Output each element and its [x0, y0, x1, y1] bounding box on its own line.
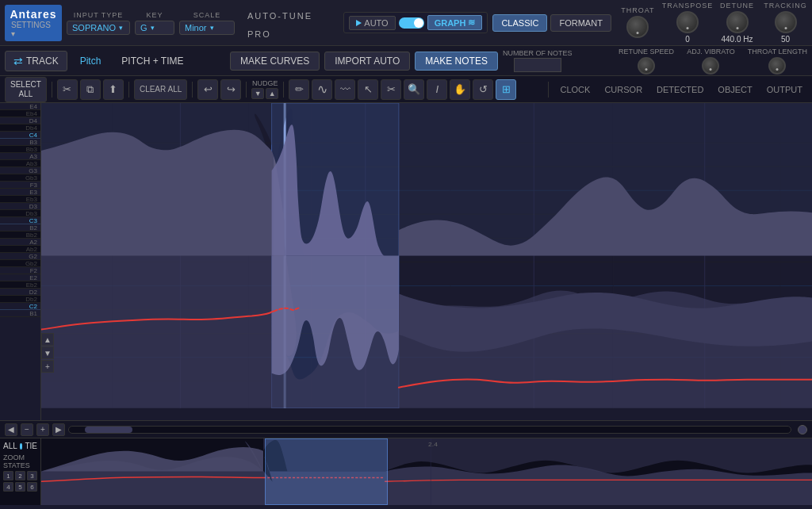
number-of-notes-input[interactable]	[514, 58, 561, 72]
zoom-row-1: 1 2 3	[3, 471, 37, 480]
graph-button[interactable]: GRAPH ≋	[427, 15, 483, 30]
redo-button[interactable]: ↪	[220, 79, 241, 100]
nudge-up-btn[interactable]: ▲	[266, 88, 278, 99]
mini-waveform-area: ALL TIE ZOOM STATES 1 2 3 4 5 6	[0, 438, 812, 505]
detune-knob-dot	[736, 27, 738, 29]
wave-tool[interactable]: 〰	[335, 79, 355, 100]
curve-tool[interactable]: ∿	[312, 79, 332, 100]
horizontal-scrollbar[interactable]	[68, 426, 791, 434]
retune-speed-knob[interactable]	[638, 57, 655, 75]
input-type-dropdown[interactable]: SOPRANO ▾	[67, 21, 130, 35]
scale-dropdown[interactable]: Minor ▾	[179, 21, 235, 35]
auto-button[interactable]: AUTO	[349, 16, 395, 30]
adj-vibrato-group: ADJ. VIBRATO	[687, 48, 735, 75]
right-toolbar: CLOCK CURSOR DETECTED OBJECT OUTPUT	[546, 82, 808, 98]
undo-button[interactable]: ↩	[197, 79, 218, 100]
cursor-label[interactable]: CURSOR	[599, 83, 647, 96]
track-button[interactable]: ⇄ TRACK	[5, 51, 67, 71]
tie-dot	[20, 443, 23, 450]
scale-arrow: ▾	[210, 24, 214, 32]
pitch-button[interactable]: Pitch	[72, 52, 109, 70]
waveform-area[interactable]: 2.3 2.4 3.1 3.2	[41, 103, 812, 420]
transpose-knob-dot	[686, 27, 688, 29]
zoom-1[interactable]: 1	[3, 471, 13, 480]
detected-label[interactable]: DETECTED	[652, 83, 708, 96]
input-type-label: INPUT TYPE	[74, 11, 124, 19]
classic-button[interactable]: CLASSIC	[492, 14, 547, 32]
zoom-3[interactable]: 3	[27, 471, 37, 480]
top-bar: Antares SETTINGS ▾ INPUT TYPE SOPRANO ▾ …	[0, 0, 812, 46]
zoom-row-2: 4 5 6	[3, 482, 37, 492]
app-title: AUTO-TUNE PRO	[239, 5, 339, 41]
transpose-knob[interactable]	[676, 11, 699, 33]
import-auto-button[interactable]: IMPORT AUTO	[324, 52, 410, 71]
zoom-plus-scroll-button[interactable]: +	[36, 423, 49, 436]
arrow-tool[interactable]: ↖	[358, 79, 378, 100]
tracking-group: TRACKING 50	[764, 2, 807, 44]
mode-buttons: CLASSIC FORMANT	[492, 14, 611, 32]
bottom-scrollbar: ◀ − + ▶	[0, 420, 812, 438]
make-notes-button[interactable]: MAKE NOTES	[415, 52, 498, 71]
scrollbar-thumb[interactable]	[85, 427, 132, 433]
separator-2	[128, 82, 129, 98]
number-of-notes-group: NUMBER OF NOTES	[503, 49, 573, 72]
separator-1	[52, 82, 52, 98]
separator-6	[548, 82, 549, 98]
clear-all-button[interactable]: CLEAR ALL	[134, 79, 187, 100]
text-tool[interactable]: I	[427, 79, 447, 100]
settings-button[interactable]: SETTINGS ▾	[11, 21, 56, 38]
tracking-knob[interactable]	[775, 11, 797, 33]
input-type-group: INPUT TYPE SOPRANO ▾	[67, 11, 130, 35]
select-all-button[interactable]: SELECT ALL	[5, 77, 47, 102]
piano-key-b1[interactable]: B1	[0, 310, 40, 317]
scroll-left-button[interactable]: ◀	[5, 423, 17, 436]
clock-label[interactable]: CLOCK	[556, 83, 596, 96]
hand-tool[interactable]: ✋	[450, 79, 470, 100]
tracking-value: 50	[781, 35, 790, 44]
zoom-2[interactable]: 2	[15, 471, 25, 480]
transpose-label: TRANSPOSE	[662, 2, 714, 10]
zoom-6[interactable]: 6	[27, 482, 37, 492]
scroll-nav: ▲ ▼ +	[41, 333, 54, 373]
nudge-down-btn[interactable]: ▼	[251, 88, 264, 99]
pitch-time-button[interactable]: PITCH + TIME	[113, 52, 191, 70]
rotate-tool[interactable]: ↺	[473, 79, 493, 100]
key-dropdown[interactable]: G ▾	[135, 21, 174, 35]
adj-vibrato-knob[interactable]	[702, 57, 719, 75]
graph-wave-icon: ≋	[468, 17, 475, 28]
auto-graph-toggle[interactable]	[399, 17, 424, 29]
zoom-4[interactable]: 4	[3, 482, 13, 492]
tie-label: TIE	[25, 442, 37, 450]
throat-knob[interactable]	[626, 16, 649, 38]
tracking-label: TRACKING	[764, 2, 807, 10]
copy-tool[interactable]: ⧉	[80, 79, 101, 100]
scroll-up-button[interactable]: ▲	[41, 333, 54, 346]
zoom-in-button[interactable]: +	[41, 360, 54, 373]
detune-knob[interactable]	[726, 11, 749, 33]
pencil-tool[interactable]: ✏	[289, 79, 309, 100]
logo-area: Antares SETTINGS ▾	[5, 5, 62, 41]
key-group: KEY G ▾	[135, 11, 174, 35]
mini-left-panel: ALL TIE ZOOM STATES 1 2 3 4 5 6	[0, 438, 41, 505]
formant-button[interactable]: FORMANT	[550, 14, 611, 32]
mini-waveform-display[interactable]: 2.4	[41, 438, 812, 505]
object-label[interactable]: OBJECT	[713, 83, 756, 96]
zoom-states-label: ZOOM STATES	[3, 454, 37, 469]
cut-tool[interactable]: ✂	[57, 79, 78, 100]
grid-tool[interactable]: ⊞	[496, 79, 516, 100]
throat-length-knob[interactable]	[768, 57, 786, 75]
separator-4	[246, 82, 247, 98]
make-curves-button[interactable]: MAKE CURVES	[230, 52, 320, 71]
scissors-tool[interactable]: ✂	[381, 79, 401, 100]
all-label: ALL	[3, 442, 17, 450]
export-tool[interactable]: ⬆	[103, 79, 124, 100]
zoom-5[interactable]: 5	[15, 482, 25, 492]
mini-waveform-svg: 2.4	[41, 438, 812, 505]
scroll-right-button[interactable]: ▶	[52, 423, 65, 436]
magnify-tool[interactable]: 🔍	[404, 79, 424, 100]
output-label[interactable]: OUTPUT	[762, 83, 807, 96]
scroll-handle[interactable]	[798, 425, 807, 434]
toggle-knob	[414, 18, 423, 28]
scroll-down-button[interactable]: ▼	[41, 346, 54, 359]
zoom-minus-button[interactable]: −	[21, 423, 33, 436]
